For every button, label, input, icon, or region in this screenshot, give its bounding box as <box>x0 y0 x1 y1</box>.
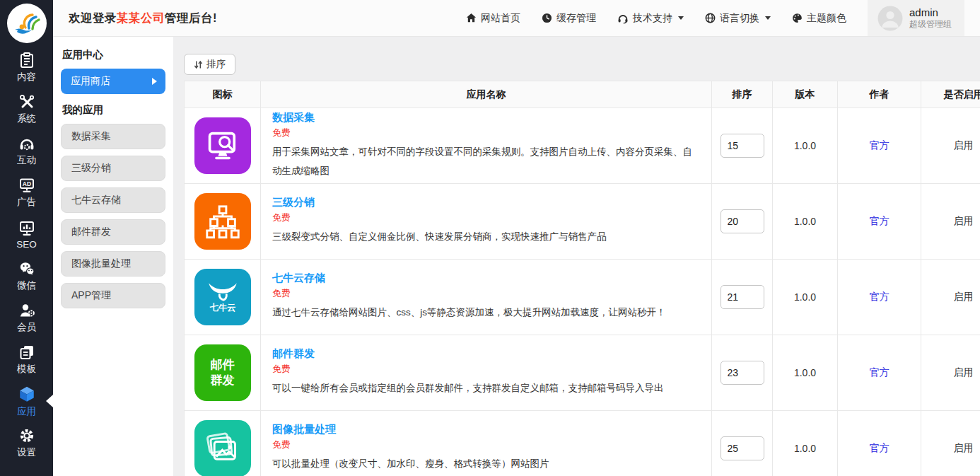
app-description: 三级裂变式分销、自定义佣金比例、快速发展分销商，实现快速推广与销售产品 <box>272 228 697 246</box>
nav-item-label: 缓存管理 <box>556 12 596 25</box>
palette-icon <box>792 13 803 23</box>
gear-icon <box>18 427 35 444</box>
submenu-item-label: 七牛云存储 <box>71 194 121 207</box>
submenu-item-app-store[interactable]: 应用商店 <box>61 69 165 94</box>
nav-item-cache[interactable]: 缓存管理 <box>542 12 596 25</box>
sidebar-item-label: 系统 <box>17 112 36 125</box>
chevron-down-icon <box>765 16 771 20</box>
submenu-item-label: 图像批量处理 <box>71 257 131 270</box>
welcome-prefix: 欢迎登录 <box>69 11 117 24</box>
globe-icon <box>705 13 716 23</box>
sidebar-item-label: SEO <box>16 239 37 250</box>
sort-order-input[interactable] <box>721 134 764 158</box>
app-description: 可以一键给所有会员或指定组的会员群发邮件，支持群发自定义邮箱，支持邮箱号码导入导… <box>272 379 697 397</box>
wechat-icon <box>18 260 35 277</box>
app-price: 免费 <box>272 363 697 376</box>
nav-item-label: 网站首页 <box>481 12 520 25</box>
enabled-status[interactable]: 启用 <box>921 260 980 335</box>
sort-order-input[interactable] <box>721 209 764 233</box>
enabled-status[interactable]: 启用 <box>921 335 980 411</box>
nav-item-label: 技术支持 <box>633 12 672 25</box>
nav-item-label: 主题颜色 <box>807 12 846 25</box>
app-price: 免费 <box>272 127 697 139</box>
submenu-item-app-manage[interactable]: APP管理 <box>61 283 165 308</box>
app-name-link[interactable]: 数据采集 <box>272 111 315 124</box>
main-content: 排序 图标 应用名称 排序 版本 作者 是否启用 <box>173 37 980 476</box>
sidebar-item-seo[interactable]: SEO <box>0 214 53 255</box>
nav-item-support[interactable]: 技术支持 <box>617 12 684 25</box>
cube-icon <box>18 385 36 403</box>
author-link[interactable]: 官方 <box>870 366 889 378</box>
app-version: 1.0.0 <box>773 184 838 260</box>
user-meta: admin 超级管理组 <box>909 6 952 30</box>
app-store-label: 应用商店 <box>71 75 110 88</box>
app-price: 免费 <box>272 439 697 451</box>
page-title: 欢迎登录某某公司管理后台! <box>53 11 217 26</box>
sidebar-item-content[interactable]: 内容 <box>0 47 53 88</box>
submenu-item-qiniu[interactable]: 七牛云存储 <box>61 187 165 213</box>
sidebar-item-members[interactable]: 会员 <box>0 297 53 339</box>
submenu-item-label: 邮件群发 <box>71 226 111 238</box>
author-link[interactable]: 官方 <box>870 215 889 226</box>
nav-item-language[interactable]: 语言切换 <box>705 12 771 25</box>
submenu-item-data-collection[interactable]: 数据采集 <box>61 124 165 149</box>
member-gear-icon <box>18 302 35 319</box>
qiniu-tile-label: 七牛云 <box>209 303 235 313</box>
column-header-enabled: 是否启用 <box>921 81 980 108</box>
nav-item-site-home[interactable]: 网站首页 <box>466 12 520 25</box>
sort-button[interactable]: 排序 <box>184 54 235 75</box>
app-name-link[interactable]: 邮件群发 <box>272 347 315 361</box>
main-sidebar: 内容 系统 互动 <box>0 0 53 476</box>
app-name-link[interactable]: 图像批量处理 <box>272 423 336 436</box>
app-name-link[interactable]: 三级分销 <box>272 196 315 209</box>
app-name-link[interactable]: 七牛云存储 <box>272 272 325 285</box>
home-icon <box>466 13 477 23</box>
sidebar-item-templates[interactable]: 模板 <box>0 339 53 381</box>
tools-icon <box>18 93 35 110</box>
support-icon <box>18 135 35 152</box>
sidebar-item-label: 微信 <box>17 279 36 292</box>
sort-order-input[interactable] <box>721 436 764 460</box>
sidebar-item-apps[interactable]: 应用 <box>0 381 53 422</box>
app-description: 通过七牛云存储给网站图片、css、js等静态资源加速，极大提升网站加载速度，让网… <box>272 303 697 322</box>
monitor-search-icon <box>204 127 241 164</box>
admin-app: 内容 系统 互动 <box>0 0 980 476</box>
author-link[interactable]: 官方 <box>870 291 889 302</box>
submenu-item-label: APP管理 <box>71 289 111 302</box>
sidebar-item-system[interactable]: 系统 <box>0 88 53 130</box>
user-menu[interactable]: admin 超级管理组 <box>868 0 964 36</box>
svg-text:AD: AD <box>22 180 30 187</box>
app-tile <box>194 420 251 476</box>
apps-table: 图标 应用名称 排序 版本 作者 是否启用 <box>184 81 980 476</box>
enabled-status[interactable]: 启用 <box>921 411 980 476</box>
submenu-item-distribution[interactable]: 三级分销 <box>61 156 165 181</box>
author-link[interactable]: 官方 <box>870 442 889 453</box>
submenu-item-image-batch[interactable]: 图像批量处理 <box>61 251 165 277</box>
table-header-row: 图标 应用名称 排序 版本 作者 是否启用 <box>185 81 980 108</box>
headset-icon <box>617 13 629 24</box>
sort-order-input[interactable] <box>721 361 764 385</box>
sidebar-item-settings[interactable]: 设置 <box>0 422 53 464</box>
sort-order-input[interactable] <box>721 285 764 309</box>
logo[interactable] <box>0 0 53 47</box>
sidebar-item-interaction[interactable]: 互动 <box>0 130 53 172</box>
author-link[interactable]: 官方 <box>870 139 889 151</box>
column-header-icon: 图标 <box>185 81 261 108</box>
column-header-sort: 排序 <box>712 81 773 108</box>
app-description: 可以批量处理（改变尺寸、加水印、瘦身、格式转换等）网站图片 <box>272 455 697 473</box>
sidebar-item-wechat[interactable]: 微信 <box>0 255 53 297</box>
photo-stack-icon <box>204 429 242 468</box>
app-submenu: 应用中心 应用商店 我的应用 数据采集 三级分销 七牛云存储 邮件群发 图像批量… <box>53 37 173 476</box>
sidebar-item-label: 广告 <box>17 196 36 209</box>
app-tile: 邮件 群发 <box>194 344 251 401</box>
sidebar-item-ads[interactable]: AD 广告 <box>0 172 53 214</box>
sidebar-item-label: 应用 <box>17 405 36 418</box>
app-version: 1.0.0 <box>773 260 838 335</box>
enabled-status[interactable]: 启用 <box>921 184 980 260</box>
submenu-item-mail[interactable]: 邮件群发 <box>61 219 165 245</box>
sidebar-item-label: 内容 <box>17 71 36 83</box>
app-version: 1.0.0 <box>773 411 838 476</box>
enabled-status[interactable]: 启用 <box>921 108 980 184</box>
nav-item-theme[interactable]: 主题颜色 <box>792 12 846 25</box>
chevron-down-icon <box>678 16 684 20</box>
